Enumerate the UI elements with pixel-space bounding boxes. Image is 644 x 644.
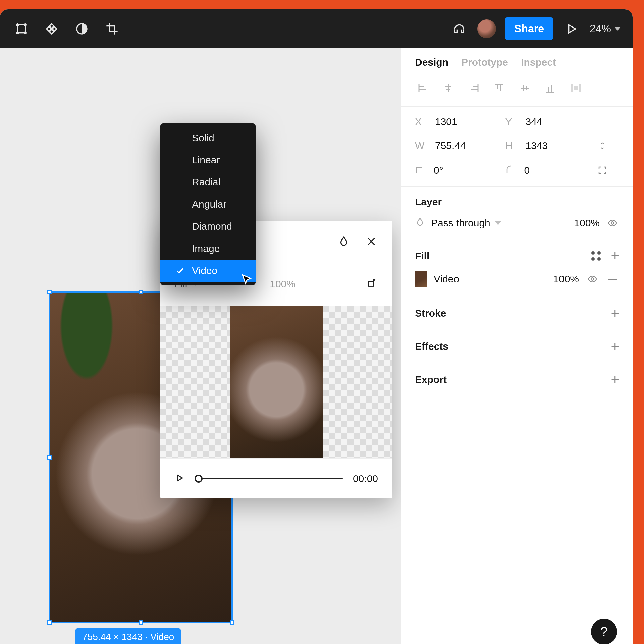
svg-rect-6 [369,281,373,286]
zoom-dropdown[interactable]: 24% [590,22,621,35]
rotate-icon[interactable] [367,278,378,290]
section-title-stroke: Stroke [415,308,446,319]
distribute-icon[interactable] [568,80,584,96]
corner-radius-icon [505,164,516,177]
label-w: W [415,140,426,151]
align-top-icon[interactable] [491,80,507,96]
dropdown-item-solid[interactable]: Solid [160,127,256,149]
value-y[interactable]: 344 [526,116,542,127]
value-x[interactable]: 1301 [435,116,458,127]
resize-handle-bl[interactable] [47,620,52,625]
align-bottom-icon[interactable] [542,80,558,96]
fill-thumbnail[interactable] [415,271,427,287]
chevron-down-icon [614,27,621,31]
label-y: Y [505,116,517,127]
fill-preview-area[interactable] [160,306,392,458]
dropdown-item-linear[interactable]: Linear [160,149,256,171]
section-title-layer: Layer [415,196,442,208]
align-hcenter-icon[interactable] [440,80,457,96]
close-icon[interactable] [365,235,378,248]
tab-inspect[interactable]: Inspect [521,57,556,68]
zoom-value: 24% [590,22,611,35]
components-icon[interactable] [42,19,61,38]
resize-handle-tl[interactable] [47,290,52,294]
top-toolbar: Share 24% [0,9,633,48]
align-vcenter-icon[interactable] [517,80,533,96]
check-icon [176,266,184,275]
user-avatar[interactable] [477,19,496,38]
blend-mode-icon[interactable] [337,235,351,248]
play-button[interactable] [174,473,184,484]
independent-corners-icon[interactable] [596,164,609,177]
svg-point-8 [591,278,594,280]
add-stroke-button[interactable]: + [611,306,619,320]
frame-tool-icon[interactable] [12,19,31,38]
selection-dimensions-badge: 755.44 × 1343 · Video [75,628,181,644]
fill-opacity-value[interactable]: 100% [270,278,296,290]
effects-section: Effects+ [401,330,633,363]
add-export-button[interactable]: + [611,373,619,387]
resize-handle-br[interactable] [230,620,234,625]
resize-handle-t[interactable] [139,290,143,294]
export-section: Export+ [401,363,633,396]
stroke-section: Stroke+ [401,297,633,330]
blend-mode-select[interactable]: Pass through [431,217,568,229]
video-seek-thumb[interactable] [195,475,203,483]
link-dimensions-icon[interactable] [596,139,609,152]
tab-design[interactable]: Design [415,57,448,68]
video-time: 00:00 [353,473,378,484]
value-w[interactable]: 755.44 [435,140,466,151]
add-fill-button[interactable]: + [611,249,619,263]
fill-type-label: Video [434,273,459,285]
svg-rect-0 [17,25,25,33]
video-seek-track[interactable] [195,478,343,479]
tab-prototype[interactable]: Prototype [461,57,508,68]
chevron-down-icon [495,221,501,225]
resize-handle-b[interactable] [139,620,143,625]
layer-opacity[interactable]: 100% [574,217,600,229]
mask-icon[interactable] [72,19,91,38]
value-rotation[interactable]: 0° [434,165,443,176]
label-h: H [505,140,517,151]
cursor-pointer-icon [240,273,253,287]
style-icon[interactable] [591,251,601,261]
align-tools [401,78,633,107]
resize-handle-l[interactable] [47,455,52,460]
crop-icon[interactable] [103,19,121,38]
fill-type-dropdown: Solid Linear Radial Angular Diamond Imag… [160,123,256,285]
section-title-effects: Effects [415,341,448,352]
label-x: X [415,116,426,127]
dropdown-item-image[interactable]: Image [160,237,256,260]
align-right-icon[interactable] [466,80,482,96]
fill-section: Fill + Video 100% [401,239,633,297]
dropdown-item-radial[interactable]: Radial [160,171,256,193]
layer-section: Layer Pass through 100% [401,187,633,239]
present-play-icon[interactable] [562,19,581,38]
value-corner[interactable]: 0 [524,165,530,176]
audio-icon[interactable] [450,19,469,38]
share-button[interactable]: Share [505,17,553,40]
rotation-icon [415,164,425,177]
help-button[interactable]: ? [591,619,617,644]
section-title-fill: Fill [415,250,429,262]
fill-visibility-eye-icon[interactable] [586,272,599,286]
svg-point-7 [611,222,614,224]
fill-preview-image [230,306,323,458]
fill-opacity[interactable]: 100% [553,273,579,285]
section-title-export: Export [415,374,447,385]
design-panel: Design Prototype Inspect X1301 Y344 W755… [401,48,633,644]
add-effect-button[interactable]: + [611,339,619,354]
remove-fill-button[interactable] [606,272,619,286]
value-h[interactable]: 1343 [526,140,548,151]
align-left-icon[interactable] [415,80,431,96]
position-section: X1301 Y344 W755.44 H1343 0° 0 [401,107,633,187]
dropdown-item-angular[interactable]: Angular [160,193,256,215]
dropdown-item-diamond[interactable]: Diamond [160,215,256,237]
blend-drop-icon [415,217,425,229]
app-window: Share 24% 755.44 × 1343 · Video [0,9,633,644]
visibility-eye-icon[interactable] [606,216,619,230]
